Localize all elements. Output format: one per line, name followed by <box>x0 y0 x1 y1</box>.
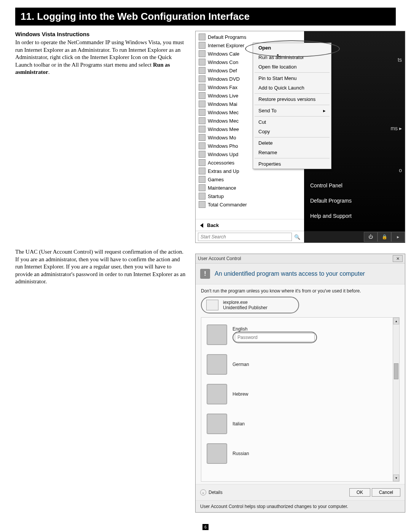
context-menu-item[interactable]: Rename <box>253 148 331 157</box>
program-label: Windows Cale <box>208 51 239 57</box>
program-item[interactable]: Startup <box>196 192 304 200</box>
user-account-item[interactable]: English <box>204 320 396 350</box>
scroll-thumb[interactable] <box>394 363 398 379</box>
program-icon <box>199 168 206 174</box>
program-label: Games <box>208 177 224 182</box>
program-icon <box>199 50 206 57</box>
help-support-link[interactable]: Help and Support <box>304 208 405 224</box>
program-icon <box>206 300 218 310</box>
program-item[interactable]: Total Commander <box>196 200 304 209</box>
program-icon <box>199 201 206 208</box>
program-label: Total Commander <box>208 202 247 208</box>
scrollbar[interactable]: ▴ ▾ <box>393 318 399 481</box>
context-menu-label: Cut <box>258 119 266 125</box>
user-name: German <box>233 362 249 367</box>
back-arrow-icon <box>200 223 203 228</box>
avatar <box>207 354 227 375</box>
context-menu-item[interactable]: Add to Quick Launch <box>253 83 331 93</box>
password-input[interactable] <box>235 333 315 342</box>
context-menu: OpenRun as administratorOpen file locati… <box>253 43 331 169</box>
program-icon <box>199 176 206 183</box>
uac-footer-text: User Account Control helps stop unauthor… <box>196 500 405 512</box>
user-account-item[interactable]: Italian <box>204 409 396 439</box>
chevron-down-icon: ⌄ <box>200 489 206 495</box>
ok-button[interactable]: OK <box>349 488 370 497</box>
lock-button[interactable]: 🔒 <box>378 232 391 242</box>
control-panel-link[interactable]: Control Panel <box>304 178 405 193</box>
start-search-input[interactable] <box>198 233 292 241</box>
context-menu-label: Open <box>258 45 271 51</box>
user-accounts-panel: EnglishGermanHebrewItalianRussian ▴ ▾ <box>201 317 400 482</box>
scroll-down-icon[interactable]: ▾ <box>393 474 399 481</box>
program-label: Windows Upd <box>208 152 238 157</box>
avatar <box>207 414 227 434</box>
search-icon: 🔍 <box>294 234 300 240</box>
program-label: Startup <box>208 193 224 199</box>
user-account-item[interactable]: Russian <box>204 439 396 468</box>
avatar <box>207 384 227 404</box>
program-item[interactable]: Maintenance <box>196 184 304 192</box>
uac-header-text: An unidentified program wants access to … <box>215 270 365 277</box>
context-menu-label: Copy <box>258 129 270 134</box>
submenu-arrow-icon: ▸ <box>323 108 326 113</box>
details-label: Details <box>209 490 223 495</box>
program-item[interactable]: Default Programs <box>196 33 304 41</box>
program-publisher: Unidentified Publisher <box>223 305 268 310</box>
program-label: Internet Explorer <box>208 43 244 48</box>
user-name: Russian <box>233 451 249 456</box>
context-menu-item[interactable]: Delete <box>253 138 331 148</box>
program-label: Accessories <box>208 160 234 166</box>
program-label: Windows Def <box>208 68 237 73</box>
context-menu-item[interactable]: Cut <box>253 117 331 127</box>
back-button[interactable]: Back <box>196 219 304 231</box>
program-icon <box>199 92 206 99</box>
program-label: Windows Pho <box>208 143 238 149</box>
context-menu-item[interactable]: Properties <box>253 159 331 169</box>
program-icon <box>199 59 206 66</box>
uac-dialog-screenshot: User Account Control ✕ ! An unidentified… <box>195 254 405 513</box>
program-icon <box>199 126 206 133</box>
context-menu-label: Rename <box>258 150 277 155</box>
context-menu-item[interactable]: Pin to Start Menu <box>253 73 331 83</box>
avatar <box>207 443 227 464</box>
shutdown-options-button[interactable]: ▸ <box>391 232 405 242</box>
default-programs-link[interactable]: Default Programs <box>304 193 405 208</box>
user-account-item[interactable]: Hebrew <box>204 379 396 409</box>
program-icon <box>199 151 206 158</box>
shield-icon: ! <box>200 269 210 279</box>
program-icon <box>199 42 206 49</box>
context-menu-label: Run as administrator <box>258 54 304 60</box>
program-icon <box>199 184 206 191</box>
avatar <box>207 324 227 345</box>
program-icon <box>199 84 206 91</box>
details-toggle[interactable]: ⌄ Details <box>200 489 223 495</box>
program-label: Windows Mec <box>208 118 239 124</box>
program-item[interactable]: Games <box>196 175 304 184</box>
context-menu-item[interactable]: Send To▸ <box>253 106 331 115</box>
context-menu-label: Add to Quick Launch <box>258 85 304 91</box>
context-menu-item[interactable]: Restore previous versions <box>253 94 331 104</box>
user-name: Italian <box>233 421 245 427</box>
para-text-b: . <box>48 69 50 75</box>
program-label: Extras and Up <box>208 168 239 174</box>
user-account-item[interactable]: German <box>204 350 396 379</box>
program-label: Windows Mec <box>208 110 239 115</box>
power-button[interactable]: ⏻ <box>364 232 378 242</box>
program-label: Windows Con <box>208 59 238 65</box>
context-menu-label: Delete <box>258 140 273 146</box>
context-menu-label: Restore previous versions <box>258 96 315 102</box>
scroll-up-icon[interactable]: ▴ <box>393 318 399 324</box>
close-button[interactable]: ✕ <box>393 255 403 262</box>
context-menu-item[interactable]: Open <box>253 43 331 53</box>
program-icon <box>199 193 206 200</box>
program-icon <box>199 117 206 124</box>
context-menu-item[interactable]: Copy <box>253 127 331 136</box>
vista-heading: Windows Vista Instructions <box>15 31 188 37</box>
user-name: Hebrew <box>233 391 248 397</box>
program-name: iexplore.exe <box>223 300 268 305</box>
cancel-button[interactable]: Cancel <box>372 488 400 497</box>
program-label: Windows Fax <box>208 85 237 90</box>
context-menu-item[interactable]: Run as administrator <box>253 53 331 62</box>
password-annotation <box>233 332 317 343</box>
context-menu-item[interactable]: Open file location <box>253 62 331 72</box>
